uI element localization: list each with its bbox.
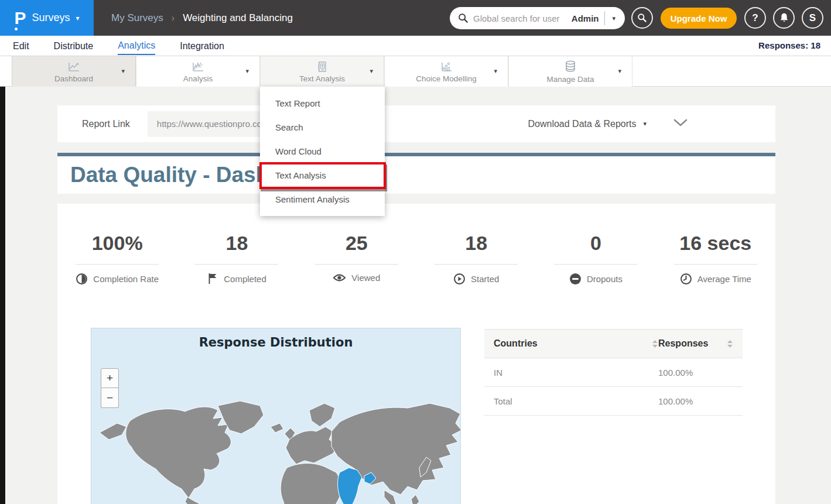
- world-map: [91, 328, 461, 504]
- product-switcher-label: Surveys: [32, 12, 70, 24]
- caret-down-icon[interactable]: ▾: [618, 67, 621, 75]
- page-title: Data Quality - Dash: [70, 163, 269, 187]
- tab-label: Dashboard: [54, 74, 93, 83]
- toolbar-tab-manage-data[interactable]: Manage Data ▾: [508, 56, 632, 87]
- stats-row: 100% Completion Rate 18 Completed 25 Vie…: [57, 232, 775, 285]
- response-distribution-map[interactable]: Response Distribution: [91, 328, 461, 504]
- country-cell: Total: [494, 396, 658, 406]
- upgrade-now-button[interactable]: Upgrade Now: [661, 8, 737, 29]
- text-analysis-dropdown-menu: Text Report Search Word Cloud Text Analy…: [260, 87, 385, 216]
- tab-label: Manage Data: [546, 75, 594, 84]
- search-icon: [637, 13, 647, 23]
- stat-viewed: 25 Viewed: [297, 232, 416, 285]
- download-data-reports-dropdown[interactable]: Download Data & Reports ▾: [528, 119, 647, 129]
- report-link-label: Report Link: [82, 119, 130, 129]
- column-label: Responses: [658, 338, 708, 349]
- top-bar: P Surveys ▾ My Surveys › Weighting and B…: [0, 0, 831, 36]
- column-header-countries[interactable]: Countries: [494, 338, 658, 349]
- search-scope-caret-icon[interactable]: ▾: [605, 15, 618, 22]
- tab-distribute[interactable]: Distribute: [54, 37, 94, 54]
- table-row[interactable]: Total 100.00%: [484, 387, 743, 416]
- table-row[interactable]: IN 100.00%: [484, 358, 743, 387]
- eye-icon: [333, 273, 346, 283]
- stat-average-time: 16 secs Average Time: [656, 232, 775, 285]
- download-label: Download Data & Reports: [528, 119, 636, 129]
- stat-completion-rate: 100% Completion Rate: [57, 232, 177, 285]
- search-button[interactable]: [631, 7, 653, 29]
- breadcrumb-current: Weighting and Balancing: [183, 12, 293, 24]
- stat-label: Average Time: [697, 274, 751, 284]
- toolbar-tab-choice-modelling[interactable]: Choice Modelling ▾: [384, 56, 508, 87]
- menu-item-sentiment-analysis[interactable]: Sentiment Analysis: [260, 187, 385, 211]
- analytics-toolbar: Dashboard ▾ Analysis ▾ Text Analysis ▾ C…: [0, 56, 831, 87]
- caret-down-icon[interactable]: ▾: [370, 67, 373, 75]
- stat-label: Viewed: [351, 273, 380, 283]
- tab-analytics[interactable]: Analytics: [118, 37, 155, 55]
- survey-nav: Edit Distribute Analytics Integration Re…: [0, 36, 831, 56]
- flag-icon: [207, 273, 218, 284]
- stat-label: Completed: [224, 274, 266, 284]
- global-search[interactable]: Admin ▾: [450, 7, 625, 29]
- stat-completed: 18 Completed: [177, 232, 296, 285]
- map-country-india[interactable]: [338, 468, 362, 504]
- stat-label: Started: [471, 274, 499, 284]
- caret-down-icon[interactable]: ▾: [121, 67, 125, 75]
- window-edge: [0, 56, 5, 504]
- country-cell: IN: [494, 368, 658, 378]
- zigzag-chart-icon: [191, 60, 205, 73]
- stat-dropouts: 0 Dropouts: [536, 232, 655, 285]
- global-search-input[interactable]: [473, 13, 568, 23]
- dashboard-card: 100% Completion Rate 18 Completed 25 Vie…: [57, 204, 775, 504]
- tab-label: Text Analysis: [299, 74, 345, 83]
- question-mark-icon: ?: [752, 12, 758, 24]
- breadcrumb-separator-icon: ›: [172, 13, 175, 23]
- menu-item-text-report[interactable]: Text Report: [260, 91, 385, 115]
- map-zoom-out-button[interactable]: −: [101, 388, 119, 408]
- help-button[interactable]: ?: [744, 7, 766, 29]
- database-icon: [563, 60, 577, 74]
- stat-label: Dropouts: [587, 274, 623, 284]
- stat-value: 25: [346, 232, 368, 255]
- breadcrumb-my-surveys[interactable]: My Surveys: [111, 12, 163, 24]
- stat-value: 18: [465, 232, 487, 255]
- map-zoom-controls: + −: [101, 368, 119, 408]
- user-avatar[interactable]: S: [802, 7, 823, 29]
- avatar-letter: S: [809, 12, 816, 24]
- search-icon: [458, 13, 468, 23]
- app-logo[interactable]: P Surveys ▾: [0, 0, 94, 36]
- menu-item-search[interactable]: Search: [260, 115, 385, 139]
- report-link-card: Report Link Download Data & Reports ▾: [57, 105, 775, 142]
- collapse-chevron-icon[interactable]: [673, 119, 688, 129]
- notifications-button[interactable]: [773, 7, 795, 29]
- caret-down-icon: ▾: [643, 120, 647, 128]
- completion-rate-icon: [76, 273, 88, 285]
- stat-value: 100%: [92, 232, 143, 255]
- clock-icon: [680, 273, 692, 285]
- countries-table: Countries Responses IN 100.00% Total 100…: [484, 329, 743, 416]
- scatter-chart-icon: [439, 60, 453, 73]
- menu-item-text-analysis[interactable]: Text Analysis: [260, 163, 385, 187]
- table-header-row: Countries Responses: [484, 329, 743, 358]
- responses-cell: 100.00%: [658, 368, 733, 378]
- tab-integration[interactable]: Integration: [180, 37, 224, 54]
- toolbar-tab-dashboard[interactable]: Dashboard ▾: [12, 56, 136, 87]
- caret-down-icon[interactable]: ▾: [494, 67, 497, 75]
- play-icon: [453, 273, 466, 285]
- tab-edit[interactable]: Edit: [13, 37, 29, 54]
- breadcrumb: My Surveys › Weighting and Balancing: [111, 0, 293, 36]
- stat-value: 16 secs: [679, 232, 751, 255]
- toolbar-tab-analysis[interactable]: Analysis ▾: [136, 56, 260, 87]
- chevron-down-icon: ▾: [76, 14, 80, 22]
- bell-icon: [779, 13, 789, 23]
- menu-item-word-cloud[interactable]: Word Cloud: [260, 139, 385, 163]
- map-zoom-in-button[interactable]: +: [101, 368, 119, 388]
- tab-label: Choice Modelling: [416, 74, 477, 83]
- column-header-responses[interactable]: Responses: [658, 338, 733, 349]
- caret-down-icon[interactable]: ▾: [245, 67, 249, 75]
- responses-cell: 100.00%: [658, 396, 733, 406]
- toolbar-tab-text-analysis[interactable]: Text Analysis ▾: [260, 56, 384, 87]
- stat-label: Completion Rate: [93, 274, 159, 284]
- column-label: Countries: [494, 338, 538, 349]
- stat-started: 18 Started: [416, 232, 536, 285]
- line-chart-icon: [67, 60, 81, 73]
